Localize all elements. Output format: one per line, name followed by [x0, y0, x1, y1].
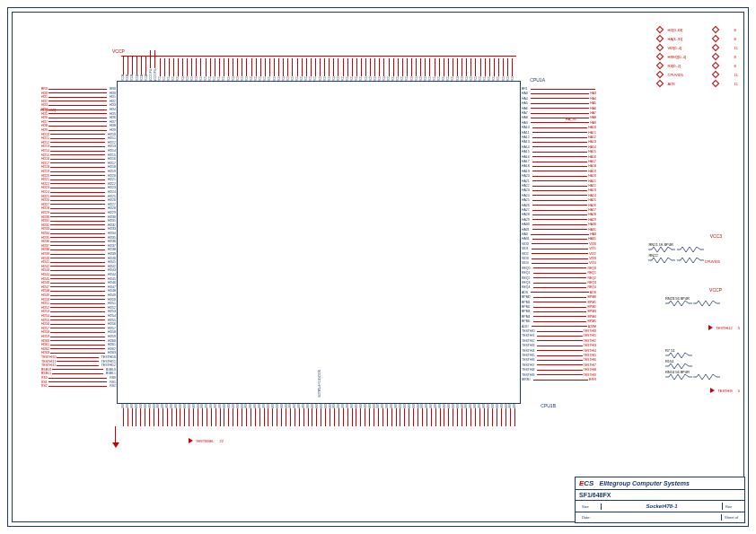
- pin-top: VCC: [282, 58, 286, 82]
- pin-left: HD19HD19: [41, 170, 118, 173]
- pin-left: HD35HD35: [41, 236, 118, 240]
- pin-right: HA20HA20: [520, 174, 596, 178]
- pin-left: HD47HD47: [41, 285, 118, 289]
- pin-top: VCC: [483, 58, 488, 82]
- pin-right: HA8HA8: [520, 116, 596, 119]
- pin-right: HA23HA23: [520, 188, 596, 192]
- pin-left: TESTHI11TESTHI11: [41, 360, 118, 363]
- pin-top: VCC: [479, 58, 483, 82]
- pin-left: HD31HD31: [41, 219, 118, 223]
- bottom-pin-row: VSSVSSVSSVSSVSSVSSVSSVSSVSSVSSVSSVSSVSSV…: [118, 403, 520, 457]
- pin-top: VCC: [405, 58, 409, 82]
- pin-bottom: VSS: [323, 403, 328, 426]
- pin-right: HA25HA25: [520, 198, 596, 202]
- pin-bottom: VSS: [126, 403, 130, 426]
- pin-top: VCC: [318, 58, 322, 82]
- pin-bottom: VSS: [443, 403, 447, 426]
- pin-bottom: VSS: [438, 403, 443, 426]
- pin-left: HD5HD5: [41, 112, 118, 116]
- pin-bottom: VSS: [399, 403, 403, 426]
- pin-top: VCC: [304, 58, 309, 82]
- pin-left: HD38HD38: [41, 248, 118, 251]
- pin-left: HD17HD17: [41, 162, 118, 165]
- pin-top: VCCA: [130, 57, 135, 82]
- company-name: Elitegroup Computer Systems: [599, 480, 689, 486]
- pin-bottom: VSS: [144, 403, 148, 426]
- pin-left: HD15HD15: [41, 153, 118, 157]
- pin-top: VCC: [272, 58, 277, 82]
- pin-top: VCC: [396, 58, 400, 82]
- pin-top: VCC: [492, 58, 497, 82]
- pin-top: VCCA: [121, 57, 126, 82]
- pin-bottom: VSS: [464, 403, 469, 426]
- pin-bottom: VSS: [161, 403, 165, 426]
- pin-top: VCC: [226, 58, 231, 82]
- pin-left: HD56HD56: [41, 322, 118, 326]
- pin-left: HD27HD27: [41, 203, 118, 206]
- pin-left: HD3HD3: [41, 103, 118, 107]
- pin-top: VCC: [424, 58, 428, 82]
- pin-left: BSEL1BSEL1: [41, 372, 118, 375]
- pin-left: HD52HD52: [41, 306, 118, 310]
- pin-right: HA16HA16: [520, 155, 596, 159]
- pin-top: VCC: [309, 58, 313, 82]
- pin-bottom: VSS: [244, 403, 249, 426]
- pin-right: TESTHI8TESTHI8: [520, 368, 596, 372]
- pin-top: VCC: [511, 58, 515, 82]
- legend-item: CPUVID511: [657, 72, 738, 77]
- legend-item: HREQ[0..4]8: [657, 54, 738, 59]
- doc-number: Socket478-1: [602, 503, 723, 510]
- pin-bottom: VSS: [209, 403, 214, 426]
- pin-top: VCC: [199, 58, 204, 82]
- pin-top: VCC: [322, 58, 327, 82]
- pin-left: HD29HD29: [41, 211, 118, 214]
- pin-top: VCC: [474, 58, 479, 82]
- pin-top: VCC: [501, 58, 505, 82]
- pin-top: VCC: [259, 58, 263, 82]
- pin-bottom: VSS: [293, 403, 297, 426]
- pin-left: HD20HD20: [41, 174, 118, 178]
- pin-top: VCC: [442, 58, 446, 82]
- pin-right: HA19HA19: [520, 170, 596, 173]
- pin-bottom: VSS: [232, 403, 236, 426]
- resistor-icon: [665, 363, 692, 369]
- pin-top: VCC: [217, 58, 222, 82]
- pin-right: REQ1REQ1: [520, 271, 596, 275]
- pin-top: VCC: [400, 58, 405, 82]
- legend-item: ADS11: [657, 81, 738, 86]
- pin-right: HA4HA4: [520, 97, 596, 101]
- pin-left: HD1HD1: [41, 95, 118, 99]
- pin-left: HD18HD18: [41, 165, 118, 169]
- pin-left: HD16HD16: [41, 157, 118, 161]
- pin-bottom: VSS: [469, 403, 473, 426]
- vcc3-label: VCC3: [710, 233, 722, 239]
- resistor-icon: [665, 374, 692, 380]
- pin-bottom: VSS: [249, 403, 253, 426]
- pin-top: VCC: [460, 58, 464, 82]
- pin-top: VCC: [465, 58, 470, 82]
- pin-bottom: VSS: [262, 403, 267, 426]
- legend-item: HD[0..63]8: [657, 27, 738, 32]
- pin-bottom: VSS: [135, 403, 139, 426]
- pin-top: VCC: [263, 58, 268, 82]
- pin-bottom: VSS: [473, 403, 478, 426]
- resistor-icon: [648, 258, 675, 263]
- pin-left: RS0RS0: [41, 376, 118, 380]
- pin-left: HD9HD9: [41, 128, 118, 132]
- pin-right: BPM3BPM3: [520, 310, 596, 313]
- pin-left: HD14HD14: [41, 149, 118, 153]
- pin-top: VCC: [497, 58, 501, 82]
- pin-bottom: VSS: [394, 403, 399, 426]
- pin-left: HD62HD62: [41, 347, 118, 351]
- pin-right: HA26HA26: [520, 204, 596, 207]
- pin-bottom: VSS: [179, 403, 183, 426]
- pin-right: HA9HA9: [520, 121, 596, 125]
- title-block: ECS Elitegroup Computer Systems SF1/648F…: [575, 477, 745, 523]
- pin-bottom: VSS: [214, 403, 218, 426]
- pin-right: HA29HA29: [520, 218, 596, 222]
- pin-left: HD36HD36: [41, 240, 118, 243]
- pin-left: HD57HD57: [41, 327, 118, 330]
- pin-top: VCC: [414, 58, 418, 82]
- pin-right: HA5HA5: [520, 101, 596, 105]
- pin-bottom: VSS: [276, 403, 280, 426]
